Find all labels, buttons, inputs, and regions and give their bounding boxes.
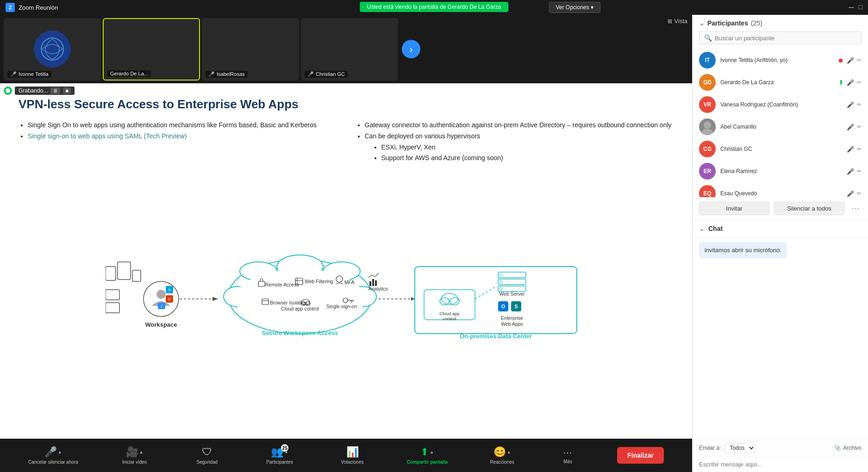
svg-line-58 xyxy=(475,287,494,299)
participant-name: Christian GC xyxy=(720,146,842,152)
share-status-icon: ⬆ xyxy=(838,79,844,86)
svg-rect-51 xyxy=(415,267,577,334)
p-icons: 🎤 ✏ xyxy=(847,101,862,108)
bottom-toolbar: 🎤 ▲ Cancelar silenciar ahora 🎥 ▲ Iniciar… xyxy=(0,439,692,472)
next-participants-btn[interactable]: › xyxy=(402,40,420,58)
p-icons: 🎤 ✏ xyxy=(847,124,862,130)
participant-tile-christian: 🎤 Christian GC xyxy=(301,18,398,81)
svg-text:O: O xyxy=(501,304,505,309)
edit-icon: ✏ xyxy=(857,101,862,108)
svg-point-62 xyxy=(500,273,502,276)
invite-btn[interactable]: Invitar xyxy=(699,202,769,215)
video-icon: 🎥 xyxy=(126,446,138,458)
svg-rect-33 xyxy=(372,279,374,286)
toolbar-share-btn[interactable]: ⬆ ▲ Compartir pantalla xyxy=(406,446,448,465)
minimize-btn[interactable]: ─ xyxy=(849,3,854,12)
svg-rect-2 xyxy=(106,267,116,280)
zoom-icon: Z xyxy=(6,3,15,12)
archivo-icon: 📎 xyxy=(834,445,841,451)
mute-all-btn[interactable]: Silenciar a todos xyxy=(774,202,844,215)
recording-pause-btn[interactable]: ⏸ xyxy=(50,87,60,94)
collapse-chat-icon[interactable]: ⌄ xyxy=(699,225,705,232)
participant-name: Esau Quevedo xyxy=(720,190,842,197)
mute-status-icon: 🎤 xyxy=(847,190,854,197)
send-to-select[interactable]: Todos xyxy=(724,443,756,453)
mute-status-icon: 🎤 xyxy=(847,124,854,130)
avatar: VR xyxy=(699,96,716,113)
expand-share[interactable]: ▲ xyxy=(430,450,434,454)
participant-search-input[interactable] xyxy=(715,35,856,42)
p-icons: 🎤 ✏ xyxy=(847,190,862,197)
toolbar-reactions-btn[interactable]: 😊 ▲ Reacciones xyxy=(486,446,518,465)
toolbar-votaciones-btn[interactable]: 📊 Votaciones xyxy=(336,446,368,465)
list-item: CG Christian GC 🎤 ✏ xyxy=(693,138,868,160)
toolbar-security-btn[interactable]: 🛡 Seguridad xyxy=(191,446,223,465)
app-title: Zoom Reunión xyxy=(19,4,58,11)
slide-point-2: Single sign-on to web apps using SAML (T… xyxy=(28,131,337,142)
right-panel: ⌄ Participantes (25) 🔍 IT Ivonne Tetitla… xyxy=(692,15,868,472)
collapse-participants-icon[interactable]: ⌄ xyxy=(699,19,705,27)
slide-right-col: Gateway connector to authentication agai… xyxy=(356,120,674,164)
more-icon: ··· xyxy=(563,447,573,458)
recording-bar: Grabando... ⏸ ■ xyxy=(4,87,75,95)
svg-text:Web Filtering: Web Filtering xyxy=(305,279,333,284)
expand-mute[interactable]: ▲ xyxy=(58,450,62,454)
svg-text:Cloud app control: Cloud app control xyxy=(281,306,318,311)
participant-name: Abel Camarillo xyxy=(720,124,842,130)
toolbar-more-btn[interactable]: ··· Más xyxy=(556,447,579,464)
slide-point-1: Single Sign On to web apps using authent… xyxy=(28,120,337,131)
ivonne-avatar xyxy=(34,31,71,68)
recording-stop-btn[interactable]: ■ xyxy=(63,87,71,94)
svg-text:Cloud app: Cloud app xyxy=(439,311,459,316)
slide-right-sub1: ESXi, HyperV, Xen xyxy=(381,142,674,153)
chat-message-input[interactable] xyxy=(699,461,862,468)
slide-right-sub2: Support for AWS and Azure (coming soon) xyxy=(381,153,674,164)
toolbar-mute-btn[interactable]: 🎤 ▲ Cancelar silenciar ahora xyxy=(28,446,78,465)
svg-text:Workspace: Workspace xyxy=(145,321,177,328)
svg-text:S: S xyxy=(514,304,518,309)
edit-icon: ✏ xyxy=(857,190,862,197)
chat-messages: invitamos abrir su micrófono. xyxy=(693,237,868,440)
list-item: ER Elena Ramírez 🎤 ✏ xyxy=(693,160,868,182)
participant-search-bar[interactable]: 🔍 xyxy=(699,31,862,44)
svg-point-64 xyxy=(500,287,502,290)
list-item: Abel Camarillo 🎤 ✏ xyxy=(693,116,868,138)
svg-text:Remote Access: Remote Access xyxy=(265,282,299,287)
expand-video[interactable]: ▲ xyxy=(139,450,144,454)
recording-label: Grabando... ⏸ ■ xyxy=(15,87,75,95)
list-item: GD Gerardo De La Garza ⬆ 🎤 ✏ xyxy=(693,71,868,93)
chat-send-to-row: Enviar a: Todos 📎 Archivo xyxy=(693,440,868,456)
chat-header: ⌄ Chat xyxy=(693,220,868,237)
avatar xyxy=(699,118,716,135)
list-item: IT Ivonne Tetitla (Anfitrión, yo) ⏺ 🎤 ✏ xyxy=(693,49,868,71)
edit-icon: ✏ xyxy=(857,79,862,86)
mute-status-icon: 🎤 xyxy=(847,57,854,64)
edit-icon: ✏ xyxy=(857,168,862,174)
end-meeting-btn[interactable]: Finalizar xyxy=(617,447,664,464)
participant-tile-ivonne: 🎤 Ivonne Tetitla xyxy=(4,18,101,81)
toolbar-video-btn[interactable]: 🎥 ▲ Iniciar video xyxy=(116,446,153,465)
participant-tile-gerardo: Gerardo De La... xyxy=(103,18,200,81)
participant-name: Vanesa Rodríguez (Coanfitrión) xyxy=(720,101,842,108)
diagram-svg: S O Z Workspace xyxy=(106,253,587,345)
vista-btn[interactable]: ⊞ Vista xyxy=(668,18,687,25)
svg-text:Enterprise: Enterprise xyxy=(501,315,523,321)
svg-point-55 xyxy=(450,298,459,305)
ver-opciones-btn[interactable]: Ver Opciones ▾ xyxy=(549,2,600,13)
gerardo-name: Gerardo De La... xyxy=(107,70,151,77)
participant-name: Elena Ramírez xyxy=(720,168,842,174)
toolbar-participants-btn[interactable]: 👥 25 ▲ Participantes xyxy=(261,446,298,465)
svg-text:Single sign-on: Single sign-on xyxy=(326,304,357,309)
diagram-area: S O Z Workspace xyxy=(19,164,674,434)
maximize-btn[interactable]: □ xyxy=(859,3,862,12)
chat-input-area: Enviar a: Todos 📎 Archivo xyxy=(693,440,868,472)
svg-text:Web Server: Web Server xyxy=(499,291,525,297)
participants-panel-header: ⌄ Participantes (25) xyxy=(693,15,868,31)
expand-reactions[interactable]: ▲ xyxy=(507,450,511,454)
svg-text:MFA: MFA xyxy=(344,279,355,285)
archivo-btn[interactable]: 📎 Archivo xyxy=(834,445,862,451)
share-icon: ⬆ xyxy=(420,446,429,458)
avatar: IT xyxy=(699,52,716,68)
svg-text:O: O xyxy=(168,297,170,301)
more-actions-btn[interactable]: ··· xyxy=(849,204,862,213)
